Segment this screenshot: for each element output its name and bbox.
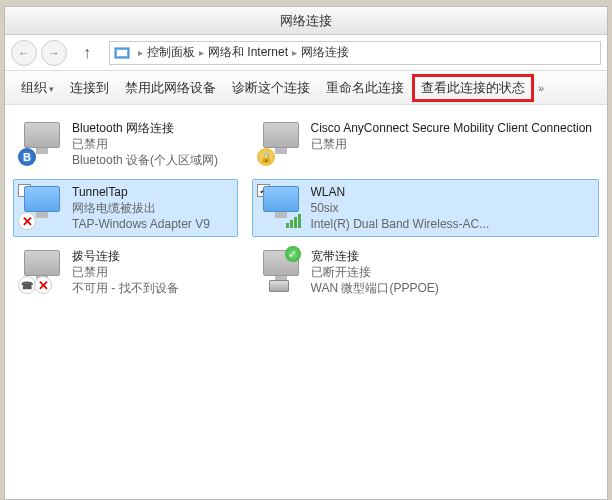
error-x-icon: ✕ [34,276,52,294]
connection-status: 已禁用 [72,264,179,280]
disable-device-button[interactable]: 禁用此网络设备 [117,75,224,101]
chevron-right-icon: ▸ [292,47,297,58]
lock-icon: 🔒 [257,148,275,166]
error-x-icon: ✕ [18,212,36,230]
connection-icon: ✓ [259,248,303,292]
modem-icon [269,280,289,292]
monitor-stand [36,148,48,154]
svg-rect-1 [117,50,127,56]
content-area: BBluetooth 网络连接已禁用Bluetooth 设备(个人区域网)🔒Ci… [5,105,607,311]
connection-name: WLAN [311,184,490,200]
check-ok-icon: ✓ [285,246,301,262]
chevron-right-icon: ▸ [199,47,204,58]
connection-name: 宽带连接 [311,248,439,264]
view-status-button[interactable]: 查看此连接的状态 [412,74,534,102]
control-panel-icon [114,45,130,61]
connection-status: 已禁用 [72,136,218,152]
monitor-icon [24,186,60,212]
connection-device: 不可用 - 找不到设备 [72,280,179,296]
breadcrumb-part[interactable]: 网络连接 [301,44,349,61]
diagnose-button[interactable]: 诊断这个连接 [224,75,318,101]
connection-device: TAP-Windows Adapter V9 [72,216,210,232]
connection-status: 网络电缆被拔出 [72,200,210,216]
monitor-icon [263,122,299,148]
connection-icon: B [20,120,64,164]
connection-text: 拨号连接已禁用不可用 - 找不到设备 [72,248,179,296]
breadcrumb-part[interactable]: 网络和 Internet [208,44,288,61]
connection-name: TunnelTap [72,184,210,200]
connection-status: 已禁用 [311,136,592,152]
connection-item[interactable]: ✕TunnelTap网络电缆被拔出TAP-Windows Adapter V9 [13,179,238,237]
monitor-icon [24,250,60,276]
connection-name: Cisco AnyConnect Secure Mobility Client … [311,120,592,136]
connection-text: WLAN50sixIntel(R) Dual Band Wireless-AC.… [311,184,490,232]
breadcrumb-part[interactable]: 控制面板 [147,44,195,61]
address-bar[interactable]: ▸ 控制面板 ▸ 网络和 Internet ▸ 网络连接 [109,41,601,65]
connections-grid: BBluetooth 网络连接已禁用Bluetooth 设备(个人区域网)🔒Ci… [13,115,599,301]
toolbar: 组织▾ 连接到 禁用此网络设备 诊断这个连接 重命名此连接 查看此连接的状态 » [5,71,607,105]
chevron-down-icon: ▾ [49,84,54,94]
connection-status: 已断开连接 [311,264,439,280]
monitor-icon [24,122,60,148]
back-button[interactable]: ← [11,40,37,66]
monitor-stand [36,212,48,218]
window: 网络连接 ← → ↑ ▸ 控制面板 ▸ 网络和 Internet ▸ 网络连接 … [4,6,608,500]
overflow-chevron-icon[interactable]: » [534,82,548,94]
rename-button[interactable]: 重命名此连接 [318,75,412,101]
connection-icon: 🔒 [259,120,303,164]
bluetooth-icon: B [18,148,36,166]
connection-name: 拨号连接 [72,248,179,264]
connection-text: Bluetooth 网络连接已禁用Bluetooth 设备(个人区域网) [72,120,218,168]
connection-text: Cisco AnyConnect Secure Mobility Client … [311,120,592,152]
connection-device: Bluetooth 设备(个人区域网) [72,152,218,168]
monitor-icon [263,186,299,212]
signal-bars-icon [286,214,301,228]
connection-icon: ✕ [20,184,64,228]
connection-text: TunnelTap网络电缆被拔出TAP-Windows Adapter V9 [72,184,210,232]
nav-bar: ← → ↑ ▸ 控制面板 ▸ 网络和 Internet ▸ 网络连接 [5,35,607,71]
connection-text: 宽带连接已断开连接WAN 微型端口(PPPOE) [311,248,439,296]
connection-name: Bluetooth 网络连接 [72,120,218,136]
connection-status: 50six [311,200,490,216]
up-button[interactable]: ↑ [75,41,99,65]
connection-item[interactable]: ✓宽带连接已断开连接WAN 微型端口(PPPOE) [252,243,599,301]
connection-icon [259,184,303,228]
monitor-stand [275,148,287,154]
connection-icon: ☎✕ [20,248,64,292]
connection-device: Intel(R) Dual Band Wireless-AC... [311,216,490,232]
window-title: 网络连接 [5,7,607,35]
forward-button[interactable]: → [41,40,67,66]
connection-item[interactable]: BBluetooth 网络连接已禁用Bluetooth 设备(个人区域网) [13,115,238,173]
connect-to-button[interactable]: 连接到 [62,75,117,101]
connection-item[interactable]: ☎✕拨号连接已禁用不可用 - 找不到设备 [13,243,238,301]
connection-device: WAN 微型端口(PPPOE) [311,280,439,296]
connection-item[interactable]: ✓WLAN50sixIntel(R) Dual Band Wireless-AC… [252,179,599,237]
connection-item[interactable]: 🔒Cisco AnyConnect Secure Mobility Client… [252,115,599,173]
chevron-right-icon: ▸ [138,47,143,58]
organize-menu[interactable]: 组织▾ [13,75,62,101]
